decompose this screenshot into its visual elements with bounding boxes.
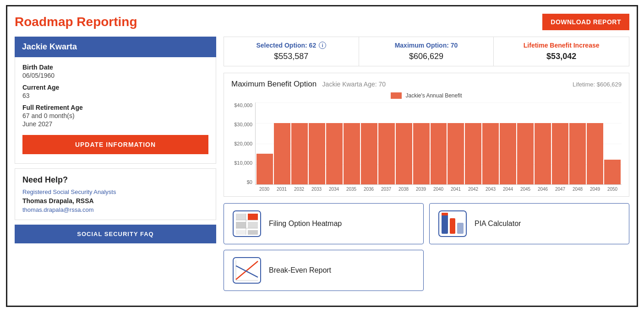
x-label-2039: 2039 [413,187,429,192]
y-label-30k: $30,000 [234,122,252,127]
chart-lifetime: Lifetime: $606,629 [573,81,622,88]
chart-container: $40,000 $30,000 $20,000 $10,000 $0 20302… [231,102,622,192]
help-analyst-email[interactable]: thomas.drapala@rssa.com [22,206,208,213]
summary-col-increase: Lifetime Benefit Increase $53,042 [494,37,629,66]
bar-2050 [604,160,621,184]
x-label-2040: 2040 [430,187,447,192]
bar-2046 [535,123,551,184]
chart-title: Maximum Benefit Option [231,80,317,88]
summary-col-maximum-header: Maximum Option: 70 [366,42,486,49]
svg-rect-14 [442,213,448,215]
x-label-2036: 2036 [360,187,377,192]
legend-label: Jackie's Annual Benefit [405,92,462,99]
x-label-2048: 2048 [569,187,586,192]
x-label-2049: 2049 [587,187,603,192]
fra-field: Full Retirement Age 67 and 0 month(s) Ju… [22,104,208,128]
y-label-20k: $20,000 [234,141,252,146]
x-label-2030: 2030 [256,187,273,192]
chart-subtitle: Jackie Kwarta Age: 70 [322,81,386,88]
x-label-2031: 2031 [273,187,290,192]
x-label-2037: 2037 [378,187,394,192]
update-information-button[interactable]: UPDATE INFORMATION [22,135,208,154]
birth-date-field: Birth Date 06/05/1960 [22,64,208,79]
svg-rect-11 [442,214,448,234]
x-label-2045: 2045 [517,187,534,192]
x-label-2035: 2035 [343,187,360,192]
help-box: Need Help? Registered Social Security An… [15,168,216,220]
bars-area [255,102,622,185]
bar-2040 [431,123,447,184]
x-labels: 2030203120322033203420352036203720382039… [255,187,622,192]
tool-card-pia[interactable]: PIA Calculator [429,203,629,244]
x-label-2042: 2042 [465,187,481,192]
bar-2034 [326,123,343,184]
breakeven-label: Break-Even Report [269,266,331,274]
fra-value2: June 2027 [22,120,208,128]
x-label-2046: 2046 [535,187,551,192]
info-icon[interactable]: i [319,42,326,49]
bar-2047 [552,123,568,184]
chart-title-row: Maximum Benefit Option Jackie Kwarta Age… [231,80,622,89]
svg-rect-6 [248,230,258,235]
profile-name: Jackie Kwarta [15,37,216,57]
fra-value1: 67 and 0 month(s) [22,112,208,119]
x-label-2044: 2044 [500,187,516,192]
bar-2045 [517,123,534,184]
tool-cards: Filing Option Heatmap PIA Calculator [224,203,629,291]
summary-col-selected-header: Selected Option: 62 i [231,42,351,49]
pia-label: PIA Calculator [475,220,521,228]
birth-date-label: Birth Date [22,64,208,71]
summary-col-maximum-value: $606,629 [366,52,486,61]
main-layout: Jackie Kwarta Birth Date 06/05/1960 Curr… [15,37,629,291]
tool-card-breakeven[interactable]: Break-Even Report [224,250,424,291]
svg-rect-2 [248,214,258,220]
svg-rect-12 [450,218,455,234]
svg-rect-5 [236,230,246,235]
bar-2039 [413,123,430,184]
bar-2048 [569,123,586,184]
tool-card-heatmap[interactable]: Filing Option Heatmap [224,203,424,244]
y-label-0: $0 [247,179,252,185]
pia-icon [438,210,467,237]
x-label-2032: 2032 [291,187,307,192]
page-title: Roadmap Reporting [15,15,137,29]
main-container: Roadmap Reporting DOWNLOAD REPORT Jackie… [6,5,638,307]
svg-rect-1 [236,214,246,220]
bar-2044 [500,123,516,184]
birth-date-value: 06/05/1960 [22,72,208,79]
summary-col-selected: Selected Option: 62 i $553,587 [224,37,359,66]
summary-col-increase-value: $53,042 [501,52,622,61]
help-analyst-label: Registered Social Security Analysts [22,188,208,195]
heatmap-label: Filing Option Heatmap [269,220,342,228]
bar-2049 [587,123,603,184]
summary-col-selected-value: $553,587 [231,52,351,61]
bar-2041 [448,123,464,184]
bar-2032 [291,123,308,184]
chart-legend: Jackie's Annual Benefit [231,92,622,99]
x-label-2050: 2050 [604,187,621,192]
help-analyst-name: Thomas Drapala, RSSA [22,197,208,204]
bar-2042 [465,123,481,184]
breakeven-icon [232,257,262,284]
current-age-field: Current Age 63 [22,84,208,99]
download-report-button[interactable]: DOWNLOAD REPORT [542,14,629,30]
profile-details: Birth Date 06/05/1960 Current Age 63 Ful… [15,57,216,164]
summary-table: Selected Option: 62 i $553,587 Maximum O… [224,37,629,66]
y-axis: $40,000 $30,000 $20,000 $10,000 $0 [231,102,255,185]
x-label-2038: 2038 [395,187,412,192]
bar-2038 [396,123,412,184]
social-security-faq-button[interactable]: SOCIAL SECURITY FAQ [15,225,216,243]
header: Roadmap Reporting DOWNLOAD REPORT [15,14,629,30]
fra-label: Full Retirement Age [22,104,208,111]
x-label-2034: 2034 [326,187,342,192]
heatmap-icon [232,210,262,237]
bar-2030 [257,154,273,184]
bar-2036 [361,123,377,184]
bar-2035 [344,123,360,184]
bar-2031 [274,123,290,184]
right-panel: Selected Option: 62 i $553,587 Maximum O… [224,37,629,291]
bar-2043 [482,123,499,184]
left-panel: Jackie Kwarta Birth Date 06/05/1960 Curr… [15,37,216,291]
summary-col-maximum: Maximum Option: 70 $606,629 [359,37,494,66]
y-label-40k: $40,000 [234,102,252,108]
